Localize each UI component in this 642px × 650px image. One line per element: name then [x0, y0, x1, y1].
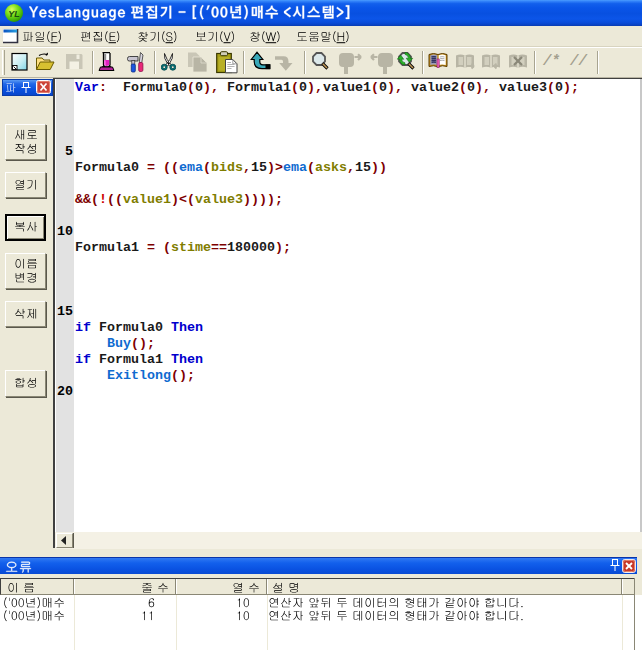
svg-text:YL: YL — [8, 9, 20, 19]
